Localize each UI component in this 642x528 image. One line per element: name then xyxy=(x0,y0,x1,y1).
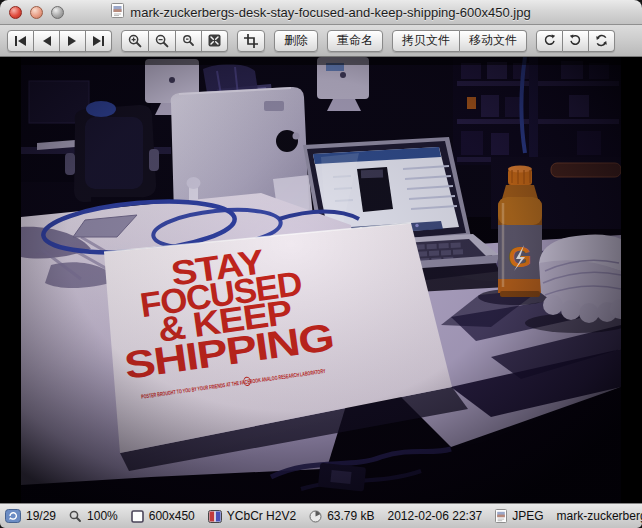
zoom-group xyxy=(121,30,228,52)
filesize-icon xyxy=(309,510,322,523)
image-viewer-window: mark-zuckerbergs-desk-stay-focused-and-k… xyxy=(0,0,642,528)
magnifier-icon xyxy=(69,510,82,523)
next-image-button[interactable] xyxy=(60,30,86,52)
zoom-out-button[interactable] xyxy=(149,30,176,52)
previous-image-icon xyxy=(40,35,53,47)
document-proxy-icon xyxy=(111,3,124,21)
status-zoom: 100% xyxy=(69,509,118,523)
status-format: JPEG xyxy=(495,509,543,523)
status-colorspace: YCbCr H2V2 xyxy=(208,509,296,523)
copy-file-button[interactable]: 拷贝文件 xyxy=(392,30,460,52)
colorspace-icon xyxy=(208,510,222,523)
status-filesize: 63.79 kB xyxy=(309,509,374,523)
status-dimensions: 600x450 xyxy=(131,509,195,523)
navigation-group xyxy=(7,30,112,52)
dimensions-icon xyxy=(131,510,144,523)
move-file-button[interactable]: 移动文件 xyxy=(460,30,527,52)
photo-zuckerberg-desk: STAY FOCUSED & KEEP SHIPPING POSTER BROU… xyxy=(21,57,621,503)
delete-button[interactable]: 删除 xyxy=(274,30,318,52)
rotate-180-icon xyxy=(595,34,608,47)
next-image-icon xyxy=(66,35,79,47)
fit-to-window-button[interactable] xyxy=(202,30,228,52)
rotate-group xyxy=(536,30,615,52)
rotate-clockwise-button[interactable] xyxy=(536,30,563,52)
rename-button[interactable]: 重命名 xyxy=(327,30,383,52)
crop-button[interactable] xyxy=(237,30,265,52)
statusbar: 19/29 100% 600x450 YCbCr H2V2 63.79 kB 2… xyxy=(0,503,642,528)
titlebar: mark-zuckerbergs-desk-stay-focused-and-k… xyxy=(0,0,642,25)
browse-icon xyxy=(5,509,21,523)
image-canvas[interactable]: STAY FOCUSED & KEEP SHIPPING POSTER BROU… xyxy=(0,57,642,503)
minimize-button[interactable] xyxy=(30,6,43,19)
crop-icon xyxy=(244,34,258,48)
zoom-out-icon xyxy=(155,34,169,48)
rotate-counterclockwise-icon xyxy=(569,34,582,47)
rotate-180-button[interactable] xyxy=(589,30,615,52)
first-image-button[interactable] xyxy=(7,30,34,52)
fit-to-window-icon xyxy=(208,34,221,47)
zoom-actual-size-icon xyxy=(182,34,195,47)
window-title: mark-zuckerbergs-desk-stay-focused-and-k… xyxy=(130,5,530,20)
status-position: 19/29 xyxy=(5,509,56,523)
close-button[interactable] xyxy=(9,6,22,19)
previous-image-button[interactable] xyxy=(34,30,60,52)
status-modified: 2012-02-06 22:37 xyxy=(388,509,483,523)
status-filename: mark-zuckerbergs-desk-stay-f xyxy=(557,509,642,523)
last-image-icon xyxy=(92,35,105,47)
rotate-counterclockwise-button[interactable] xyxy=(563,30,589,52)
toolbar: 删除 重命名 拷贝文件 移动文件 xyxy=(0,25,642,57)
file-actions-group: 拷贝文件 移动文件 xyxy=(392,30,527,52)
rotate-clockwise-icon xyxy=(543,34,556,47)
photo-vignette xyxy=(21,57,621,503)
zoom-button[interactable] xyxy=(51,6,64,19)
first-image-icon xyxy=(14,35,27,47)
zoom-in-icon xyxy=(128,34,142,48)
zoom-actual-size-button[interactable] xyxy=(176,30,202,52)
document-icon xyxy=(495,509,507,523)
last-image-button[interactable] xyxy=(86,30,112,52)
zoom-in-button[interactable] xyxy=(121,30,149,52)
window-controls xyxy=(9,6,64,19)
